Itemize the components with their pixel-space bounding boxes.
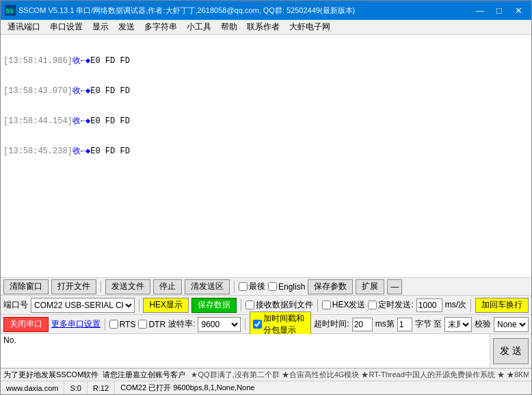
- verify-select[interactable]: None CRC Sum: [494, 317, 529, 332]
- status-r: R:12: [88, 381, 115, 394]
- toolbar-row-3: 关闭串口 更多串口设置 RTS DTR 波特率: 9600 115200 480…: [1, 315, 531, 334]
- status-s: S:0: [64, 381, 88, 394]
- english-checkbox[interactable]: [268, 282, 277, 291]
- rts-label[interactable]: RTS: [109, 320, 136, 329]
- timestamp-checkbox-container: 加时间戳和分包显示: [250, 311, 311, 337]
- close-button[interactable]: ✕: [509, 3, 527, 17]
- separator-5: [317, 299, 318, 311]
- menu-contact[interactable]: 联系作者: [243, 20, 284, 34]
- last-checkbox[interactable]: [239, 282, 248, 291]
- hex-display-button[interactable]: HEX显示: [143, 298, 189, 313]
- close-port-button[interactable]: 关闭串口: [3, 317, 49, 332]
- timed-send-label[interactable]: 定时发送:: [368, 299, 413, 311]
- stop-button[interactable]: 停止: [153, 279, 182, 294]
- timeout-input[interactable]: [352, 318, 373, 331]
- separator-6: [470, 299, 471, 311]
- menu-multistring[interactable]: 多字符串: [140, 20, 181, 34]
- output-line-4: [13:58:45.238]收←◆E0 FD FD: [3, 146, 529, 157]
- last-checkbox-label[interactable]: 最後: [239, 281, 265, 292]
- menu-bar: 通讯端口 串口设置 显示 发送 多字符串 小工具 帮助 联系作者 大虾电子网: [1, 20, 531, 35]
- expand-icon-button[interactable]: —: [387, 279, 402, 294]
- separator-4: [241, 299, 241, 311]
- timed-send-checkbox[interactable]: [368, 301, 377, 309]
- baud-select[interactable]: 9600 115200 4800: [198, 317, 241, 332]
- separator-1: [101, 281, 101, 293]
- menu-comm-port[interactable]: 通讯端口: [3, 20, 44, 34]
- ticker-area: ★QQ群满了,没有第二个群 ★合宙高性价比4G模块 ★RT-Thread中国人的…: [191, 370, 529, 380]
- dtr-checkbox[interactable]: [138, 320, 147, 329]
- rts-checkbox[interactable]: [109, 320, 118, 329]
- menu-display[interactable]: 显示: [88, 20, 113, 34]
- output-line-1: [13:58:41.986]收←◆E0 FD FD: [3, 55, 529, 66]
- port-label: 端口号: [3, 299, 28, 311]
- recv-file-checkbox[interactable]: [245, 301, 254, 309]
- send-button-area: 发 送: [490, 334, 531, 368]
- recv-file-label[interactable]: 接收数据到文件: [245, 299, 313, 311]
- separator-8: [245, 318, 245, 331]
- menu-send[interactable]: 发送: [114, 20, 139, 34]
- window-controls: — □ ✕: [471, 3, 527, 17]
- baud-label: 波特率:: [168, 318, 195, 330]
- expand-button[interactable]: 扩展: [356, 279, 384, 294]
- svg-text:SS: SS: [5, 8, 14, 14]
- separator-2: [234, 281, 235, 293]
- open-file-button[interactable]: 打开文件: [51, 279, 96, 294]
- hex-send-checkbox[interactable]: [322, 301, 331, 309]
- minimize-button[interactable]: —: [471, 3, 489, 17]
- verify-label: 校验: [475, 318, 491, 330]
- status-port-info: COM22 已打开 9600bps,8,1,None,None: [115, 381, 531, 394]
- hex-send-label[interactable]: HEX发送: [322, 299, 366, 311]
- output-line-2: [13:58:43.070]收←◆E0 FD FD: [3, 86, 529, 97]
- ticker-text: ★QQ群满了,没有第二个群 ★合宙高性价比4G模块 ★RT-Thread中国人的…: [191, 370, 529, 379]
- timed-unit-label: ms/次: [445, 299, 466, 311]
- menu-help[interactable]: 帮助: [217, 20, 241, 34]
- maximize-button[interactable]: □: [490, 3, 508, 17]
- bottom-info-text: 为了更好地发展SSCOM软件 请您注册嘉立创账号客户: [3, 370, 185, 380]
- carriage-return-button[interactable]: 加回车换行: [475, 298, 529, 313]
- char-label: 字节 至: [415, 318, 442, 330]
- status-bar: www.daxia.com S:0 R:12 COM22 已打开 9600bps…: [1, 381, 531, 394]
- more-settings-link[interactable]: 更多串口设置: [51, 318, 101, 330]
- window-title: SSCOM V5.13.1 串口/网络数据调试器,作者:大虾丁丁,2618058…: [18, 5, 471, 16]
- timed-value-input[interactable]: [416, 298, 442, 312]
- page-input[interactable]: [397, 318, 412, 331]
- app-icon: SS: [5, 5, 16, 16]
- menu-tools[interactable]: 小工具: [183, 20, 215, 34]
- title-bar: SS SSCOM V5.13.1 串口/网络数据调试器,作者:大虾丁丁,2618…: [1, 1, 531, 20]
- menu-serial-settings[interactable]: 串口设置: [46, 20, 87, 34]
- english-checkbox-label[interactable]: English: [268, 282, 305, 292]
- timeout-unit: ms第: [375, 318, 395, 330]
- output-line-3: [13:58:44.154]收←◆E0 FD FD: [3, 116, 529, 127]
- bottom-info-bar: 为了更好地发展SSCOM软件 请您注册嘉立创账号客户 ★QQ群满了,没有第二个群…: [1, 368, 531, 381]
- toolbar-row-1: 清除窗口 打开文件 发送文件 停止 清发送区 最後 English 保存参数 扩…: [1, 278, 531, 296]
- send-area: No. 发 送: [1, 334, 531, 368]
- clear-window-button[interactable]: 清除窗口: [3, 279, 49, 294]
- send-text-input[interactable]: No.: [1, 334, 490, 368]
- timestamp-checkbox[interactable]: [253, 320, 262, 329]
- output-display[interactable]: [13:58:41.986]收←◆E0 FD FD [13:58:43.070]…: [1, 35, 531, 278]
- save-params-button[interactable]: 保存参数: [308, 279, 353, 294]
- main-window: SS SSCOM V5.13.1 串口/网络数据调试器,作者:大虾丁丁,2618…: [0, 0, 532, 395]
- menu-website[interactable]: 大虾电子网: [285, 20, 334, 34]
- separator-3: [139, 299, 139, 311]
- dtr-label[interactable]: DTR: [138, 320, 165, 329]
- content-area: [13:58:41.986]收←◆E0 FD FD [13:58:43.070]…: [1, 35, 531, 381]
- status-website: www.daxia.com: [1, 381, 64, 394]
- separator-7: [105, 318, 105, 331]
- clear-send-button[interactable]: 清发送区: [185, 279, 230, 294]
- send-button[interactable]: 发 送: [493, 338, 529, 364]
- port-select[interactable]: COM22 USB-SERIAL CH340: [31, 298, 135, 313]
- send-file-button[interactable]: 发送文件: [105, 279, 150, 294]
- save-data-button[interactable]: 保存数据: [191, 298, 237, 313]
- end-select[interactable]: 末尾: [444, 317, 472, 332]
- timeout-label: 超时时间:: [314, 318, 349, 330]
